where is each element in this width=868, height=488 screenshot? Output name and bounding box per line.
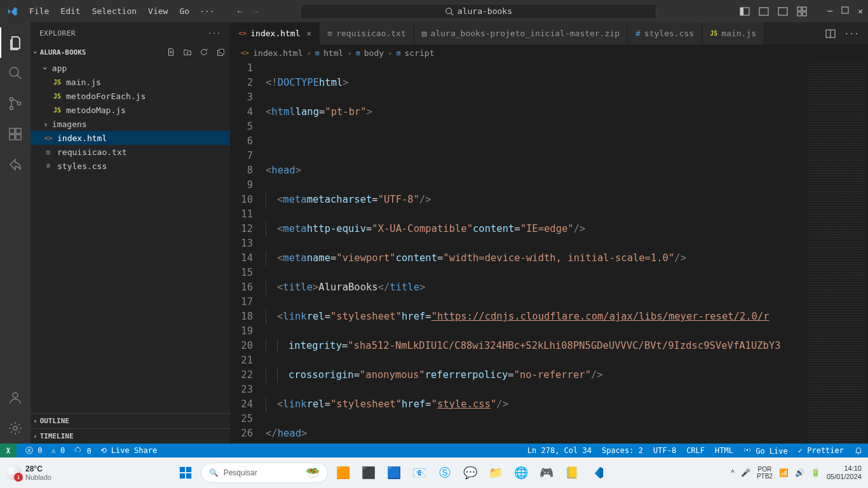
outline-section[interactable]: OUTLINE bbox=[31, 413, 230, 428]
tab-zip[interactable]: ▤alura_books-projeto_inicial-master.zip bbox=[414, 22, 628, 44]
layout-custom-icon[interactable] bbox=[797, 6, 807, 17]
tray-mic-icon[interactable]: 🎤 bbox=[741, 468, 750, 477]
collapse-all-icon[interactable] bbox=[216, 48, 225, 57]
taskbar-search[interactable]: 🔍 Pesquisar 🥗 bbox=[201, 463, 328, 483]
window-maximize[interactable] bbox=[841, 6, 849, 16]
svg-rect-11 bbox=[803, 12, 806, 16]
nav-forward-icon[interactable]: → bbox=[254, 6, 259, 16]
status-spaces[interactable]: Spaces: 2 bbox=[602, 446, 643, 455]
status-liveshare[interactable]: ⟲ Live Share bbox=[100, 446, 157, 455]
menu-file[interactable]: File bbox=[24, 4, 54, 18]
tab-requisicao[interactable]: ≡requisicao.txt bbox=[320, 22, 414, 44]
tray-battery-icon[interactable]: 🔋 bbox=[811, 468, 820, 477]
folder-imagens[interactable]: imagens bbox=[31, 117, 230, 131]
layout-left-icon[interactable] bbox=[740, 6, 750, 17]
system-clock[interactable]: 14:10 05/01/2024 bbox=[827, 464, 862, 481]
status-encoding[interactable]: UTF-8 bbox=[653, 446, 676, 455]
taskbar-app-icon[interactable]: ⬛ bbox=[358, 463, 379, 483]
status-warnings[interactable]: ⚠ 0 bbox=[51, 446, 65, 455]
language-indicator[interactable]: POR PTB2 bbox=[757, 466, 773, 480]
status-eol[interactable]: CRLF bbox=[686, 446, 705, 455]
taskbar-chrome-icon[interactable]: 🌐 bbox=[511, 463, 531, 483]
explorer-icon[interactable] bbox=[0, 27, 31, 58]
minimap[interactable] bbox=[804, 61, 868, 444]
taskbar-notes-icon[interactable]: 📒 bbox=[562, 463, 582, 483]
source-control-icon[interactable] bbox=[0, 88, 31, 119]
file-metodoforeach[interactable]: JSmetodoForEach.js bbox=[31, 89, 230, 103]
file-index-html[interactable]: <>index.html bbox=[31, 131, 230, 145]
timeline-section[interactable]: TIMELINE bbox=[31, 428, 230, 444]
search-activity-icon[interactable] bbox=[0, 58, 31, 88]
status-errors[interactable]: ⓧ 0 bbox=[25, 445, 42, 456]
taskbar-skype-icon[interactable]: Ⓢ bbox=[435, 463, 455, 483]
taskbar-outlook-icon[interactable]: 📧 bbox=[409, 463, 430, 483]
layout-right-icon[interactable] bbox=[778, 6, 788, 17]
file-requisicao[interactable]: ≡requisicao.txt bbox=[31, 145, 230, 159]
menu-go[interactable]: Go bbox=[174, 4, 194, 18]
tray-volume-icon[interactable]: 🔊 bbox=[795, 468, 804, 477]
new-folder-icon[interactable] bbox=[183, 48, 192, 57]
command-center[interactable]: alura-books bbox=[301, 4, 656, 19]
svg-rect-29 bbox=[186, 467, 191, 472]
settings-gear-icon[interactable] bbox=[0, 413, 31, 444]
svg-rect-28 bbox=[179, 467, 184, 472]
svg-rect-7 bbox=[784, 8, 787, 15]
status-cursor[interactable]: Ln 278, Col 34 bbox=[527, 446, 592, 455]
split-editor-icon[interactable] bbox=[825, 29, 836, 39]
file-main-js[interactable]: JSmain.js bbox=[31, 75, 230, 89]
file-styles-css[interactable]: #styles.css bbox=[31, 159, 230, 173]
tab-index-html[interactable]: <>index.html✕ bbox=[231, 22, 320, 44]
status-language[interactable]: HTML bbox=[715, 446, 733, 455]
window-close[interactable]: ✕ bbox=[858, 6, 863, 16]
status-bell-icon[interactable] bbox=[854, 446, 863, 455]
new-file-icon[interactable] bbox=[166, 48, 175, 57]
weather-widget[interactable]: 28°C Nublado bbox=[6, 464, 51, 481]
explorer-more-icon[interactable]: ··· bbox=[208, 29, 221, 37]
menu-edit[interactable]: Edit bbox=[55, 4, 85, 18]
taskbar-vscode-icon[interactable] bbox=[587, 463, 607, 483]
start-button[interactable] bbox=[175, 463, 196, 483]
refresh-icon[interactable] bbox=[200, 48, 208, 57]
menu-more[interactable]: ··· bbox=[196, 4, 218, 18]
liveshare-activity-icon[interactable] bbox=[0, 149, 31, 180]
status-ports[interactable]: 0 bbox=[74, 445, 91, 456]
layout-bottom-icon[interactable] bbox=[759, 6, 769, 17]
nav-back-icon[interactable]: ← bbox=[238, 6, 243, 16]
svg-line-1 bbox=[451, 13, 453, 15]
tab-more-icon[interactable]: ··· bbox=[844, 29, 859, 38]
extensions-icon[interactable] bbox=[0, 119, 31, 149]
titlebar: File Edit Selection View Go ··· ← → alur… bbox=[0, 0, 868, 22]
code-content[interactable]: <!DOCTYPE html> <html lang="pt-br"> <hea… bbox=[266, 61, 804, 444]
close-icon[interactable]: ✕ bbox=[307, 29, 312, 38]
element-icon: ⊞ bbox=[397, 49, 401, 57]
chevron-down-icon bbox=[43, 64, 48, 73]
tray-wifi-icon[interactable]: 📶 bbox=[779, 468, 789, 477]
svg-point-16 bbox=[10, 107, 13, 110]
menu-selection[interactable]: Selection bbox=[87, 4, 142, 18]
breadcrumb[interactable]: <> index.html › ⊞ html › ⊞ body › ⊞ scri… bbox=[231, 44, 868, 61]
js-file-icon: JS bbox=[710, 30, 717, 37]
taskbar-app-icon[interactable]: 🟧 bbox=[333, 463, 353, 483]
window-minimize[interactable]: ─ bbox=[827, 6, 832, 16]
taskbar-explorer-icon[interactable]: 📁 bbox=[485, 463, 506, 483]
taskbar-discord-icon[interactable]: 🎮 bbox=[536, 463, 557, 483]
status-golive[interactable]: Go Live bbox=[743, 446, 788, 456]
taskbar-app-icon[interactable]: 🟦 bbox=[384, 463, 404, 483]
file-metodomap[interactable]: JSmetodoMap.js bbox=[31, 103, 230, 117]
taskbar-whatsapp-icon[interactable]: 💬 bbox=[460, 463, 480, 483]
tab-styles-css[interactable]: #styles.css bbox=[628, 22, 702, 44]
html-file-icon: <> bbox=[43, 134, 53, 142]
account-icon[interactable] bbox=[0, 383, 31, 413]
workspace-header[interactable]: ALURA-BOOKS bbox=[31, 44, 230, 60]
folder-app[interactable]: app bbox=[31, 61, 230, 75]
file-tree: app JSmain.js JSmetodoForEach.js JSmetod… bbox=[31, 60, 230, 413]
chevron-down-icon bbox=[33, 48, 37, 57]
status-prettier[interactable]: ✓ Prettier bbox=[798, 446, 844, 455]
menu-view[interactable]: View bbox=[143, 4, 173, 18]
code-editor[interactable]: 123 456 789 101112 131415 161718 192021 … bbox=[231, 61, 868, 444]
explorer-title: EXPLORER bbox=[39, 29, 76, 37]
tray-chevron-icon[interactable]: ^ bbox=[731, 468, 735, 477]
tab-main-js[interactable]: JSmain.js bbox=[702, 22, 764, 44]
chevron-right-icon bbox=[33, 417, 37, 425]
remote-indicator[interactable] bbox=[0, 444, 17, 458]
